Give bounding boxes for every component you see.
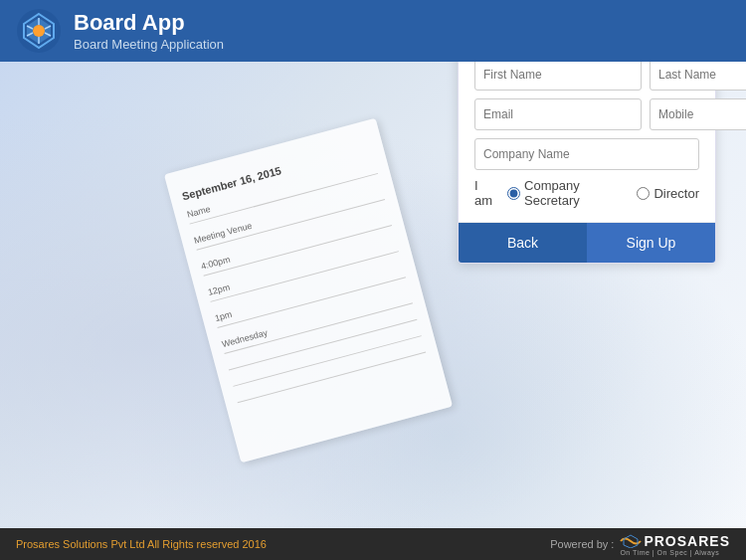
email-input[interactable] [474, 98, 642, 130]
app-title: Board App [74, 10, 224, 36]
role-radio-group: I am Company Secretary Director [474, 178, 699, 208]
director-label: Director [653, 186, 699, 201]
mobile-input[interactable] [650, 98, 746, 130]
director-radio-label[interactable]: Director [637, 186, 699, 201]
director-radio[interactable] [637, 187, 650, 200]
name-row [474, 59, 699, 91]
contact-row [474, 98, 699, 130]
prosares-name: PROSARES [644, 533, 730, 549]
app-header: Board App Board Meeting Application [0, 0, 746, 62]
company-secretary-radio-label[interactable]: Company Secretary [507, 178, 627, 208]
powered-by-label: Powered by : [550, 538, 614, 550]
footer-copyright: Prosares Solutions Pvt Ltd All Rights re… [16, 538, 267, 550]
i-am-label: I am [474, 178, 497, 208]
prosares-tagline: On Time | On Spec | Always [620, 549, 719, 556]
footer-company-name: Prosares Solutions Pvt Ltd [16, 538, 145, 550]
footer-powered-by: Powered by : PROSARES On Time | On Spec … [550, 533, 730, 556]
svg-point-3 [33, 25, 45, 37]
prosares-icon [620, 534, 642, 548]
signup-button[interactable]: Sign Up [587, 223, 715, 263]
back-button[interactable]: Back [459, 223, 587, 263]
footer-copyright-rest: All Rights reserved 2016 [147, 538, 267, 550]
form-buttons: Back Sign Up [459, 222, 715, 263]
header-text-group: Board App Board Meeting Application [74, 10, 224, 51]
company-secretary-radio[interactable] [507, 187, 520, 200]
app-subtitle: Board Meeting Application [74, 37, 224, 52]
app-logo-icon [16, 8, 62, 54]
prosares-logo: PROSARES On Time | On Spec | Always [620, 533, 730, 556]
first-name-input[interactable] [474, 59, 642, 91]
company-name-input[interactable] [474, 138, 699, 170]
prosares-brand: PROSARES [620, 533, 730, 549]
app-footer: Prosares Solutions Pvt Ltd All Rights re… [0, 528, 746, 560]
company-secretary-label: Company Secretary [524, 178, 627, 208]
last-name-input[interactable] [650, 59, 746, 91]
